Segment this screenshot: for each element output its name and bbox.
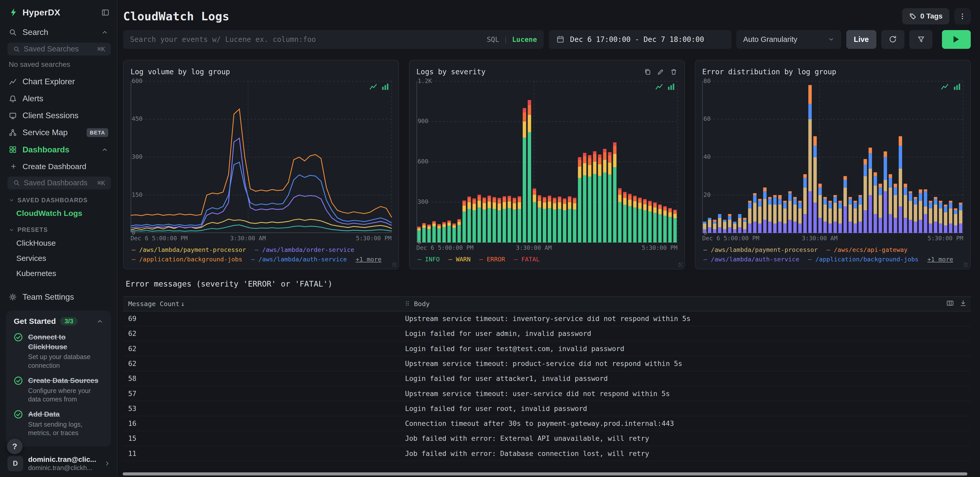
edit-chart-button[interactable] bbox=[657, 68, 664, 76]
play-icon bbox=[953, 36, 959, 43]
line-chart-toggle-icon[interactable] bbox=[655, 83, 663, 90]
table-row[interactable]: 69Upstream service timeout: inventory-se… bbox=[123, 311, 971, 326]
table-row[interactable]: 58Login failed for user attacker1, inval… bbox=[123, 371, 971, 386]
sidebar-item-cloudwatch-logs[interactable]: CloudWatch Logs bbox=[0, 206, 117, 221]
user-menu[interactable]: D dominic.tran@clic... dominic.tran@clic… bbox=[0, 452, 117, 477]
run-query-button[interactable] bbox=[942, 30, 971, 49]
table-row[interactable]: 62Login failed for user admin, invalid p… bbox=[123, 326, 971, 341]
saved-searches-field[interactable] bbox=[24, 45, 93, 53]
duplicate-chart-button[interactable] bbox=[644, 68, 651, 76]
create-dashboard-button[interactable]: Create Dashboard bbox=[0, 158, 117, 175]
cell-message-count: 69 bbox=[123, 311, 400, 326]
sql-mode-toggle[interactable]: SQL bbox=[487, 35, 499, 43]
table-row[interactable]: 53Login failed for user root, invalid pa… bbox=[123, 401, 971, 416]
get-started-step[interactable]: Connect to ClickHouse Set up your databa… bbox=[14, 332, 103, 370]
sidebar-item-chart-explorer[interactable]: Chart Explorer bbox=[0, 73, 117, 90]
chart-plot-area[interactable]: 03006009001.2K bbox=[417, 81, 678, 243]
legend-item[interactable]: — /aws/lambda/auth-service bbox=[251, 255, 347, 264]
sidebar-item-dashboards[interactable]: Dashboards bbox=[0, 141, 117, 158]
saved-dashboards-input[interactable]: ⌘K bbox=[8, 176, 111, 189]
plus-icon bbox=[10, 163, 17, 170]
sidebar-item-team-settings[interactable]: Team Settings bbox=[0, 289, 117, 305]
horizontal-scrollbar[interactable] bbox=[123, 472, 968, 475]
presets-section[interactable]: PRESETS bbox=[0, 221, 117, 235]
legend-item[interactable]: — /aws/ecs/api-gateway bbox=[827, 245, 907, 254]
get-started-title: Get Started bbox=[14, 316, 56, 326]
sidebar-item-kubernetes[interactable]: Kubernetes bbox=[0, 266, 117, 281]
line-chart-toggle-icon[interactable] bbox=[369, 83, 377, 90]
bar-chart-toggle-icon[interactable] bbox=[953, 83, 961, 90]
table-row[interactable]: 62Login failed for user test@test.com, i… bbox=[123, 341, 971, 356]
cell-body: Login failed for user test@test.com, inv… bbox=[400, 341, 971, 356]
sidebar-item-services[interactable]: Services bbox=[0, 251, 117, 266]
legend-item[interactable]: — ERROR bbox=[479, 255, 505, 264]
bar-chart-toggle-icon[interactable] bbox=[382, 83, 389, 90]
get-started-step[interactable]: Create Data Sources Configure where your… bbox=[14, 375, 103, 404]
sidebar-collapse-icon[interactable] bbox=[101, 8, 110, 17]
event-search-input[interactable] bbox=[130, 35, 482, 44]
drag-handle-icon[interactable]: ⠿ bbox=[405, 300, 409, 308]
sidebar-item-clickhouse[interactable]: ClickHouse bbox=[0, 235, 117, 251]
saved-dashboards-field[interactable] bbox=[24, 179, 93, 187]
line-chart-toggle-icon[interactable] bbox=[941, 83, 949, 90]
legend-item[interactable]: — WARN bbox=[449, 255, 471, 264]
sidebar-item-client-sessions[interactable]: Client Sessions bbox=[0, 107, 117, 124]
step-title: Connect to ClickHouse bbox=[28, 333, 67, 351]
table-row[interactable]: 57Upstream service timeout: user-service… bbox=[123, 386, 971, 401]
error-messages-section: Error messages (severity 'ERROR' or 'FAT… bbox=[123, 278, 971, 477]
legend-item[interactable]: — /aws/lambda/order-service bbox=[255, 245, 354, 254]
sidebar-item-search[interactable]: Search bbox=[0, 24, 117, 41]
logo-row: HyperDX bbox=[0, 0, 117, 24]
help-button[interactable]: ? bbox=[7, 439, 22, 455]
legend-item[interactable]: — INFO bbox=[417, 255, 440, 264]
saved-dashboards-section[interactable]: SAVED DASHBOARDS bbox=[0, 191, 117, 206]
x-tick-label: 3:30:00 AM bbox=[802, 235, 838, 242]
table-row[interactable]: 15Job failed with error: External API un… bbox=[123, 431, 971, 446]
legend-item[interactable]: — /aws/lambda/auth-service bbox=[703, 255, 799, 264]
download-icon[interactable] bbox=[959, 299, 967, 307]
column-header-message-count[interactable]: Message Count↓ bbox=[123, 297, 400, 311]
kbd-shortcut: ⌘K bbox=[97, 179, 105, 187]
saved-searches-input[interactable]: ⌘K bbox=[8, 43, 111, 56]
live-button[interactable]: Live bbox=[846, 30, 877, 49]
table-row[interactable]: 16Connection timeout after 30s to paymen… bbox=[123, 416, 971, 431]
lucene-mode-toggle[interactable]: Lucene bbox=[512, 35, 537, 43]
tags-button[interactable]: 0 Tags bbox=[902, 8, 950, 24]
chevron-down-icon bbox=[9, 197, 14, 203]
refresh-button[interactable] bbox=[881, 30, 904, 49]
filter-button[interactable] bbox=[909, 30, 932, 49]
legend-item[interactable]: — /application/background-jobs bbox=[132, 255, 242, 264]
delete-chart-button[interactable] bbox=[670, 68, 678, 76]
legend-item[interactable]: — /aws/lambda/payment-processor bbox=[132, 245, 246, 254]
chart-plot-area[interactable]: 0150300450600 bbox=[130, 81, 392, 233]
chevron-up-icon[interactable] bbox=[96, 318, 103, 325]
chart-canvas bbox=[130, 81, 392, 233]
app-window: HyperDX Search ⌘K No saved searches bbox=[0, 0, 980, 477]
kbd-shortcut: ⌘K bbox=[97, 45, 105, 53]
legend-more-link[interactable]: +1 more bbox=[927, 255, 953, 264]
sidebar: HyperDX Search ⌘K No saved searches bbox=[0, 0, 118, 477]
x-axis: Dec 6 5:00:00 PM3:30:00 AM5:30:00 PM bbox=[702, 235, 963, 243]
sidebar-item-service-map[interactable]: Service Map BETA bbox=[0, 124, 117, 141]
chart-plot-area[interactable]: 020406080 bbox=[702, 81, 963, 233]
get-started-step[interactable]: Add Data Start sending logs, metrics, or… bbox=[14, 409, 103, 437]
table-row[interactable]: 11Job failed with error: Database connec… bbox=[123, 446, 971, 461]
date-range-value: Dec 6 17:00:00 - Dec 7 18:00:00 bbox=[570, 35, 704, 44]
date-range-picker[interactable]: Dec 6 17:00:00 - Dec 7 18:00:00 bbox=[549, 30, 732, 49]
legend-item[interactable]: — /aws/lambda/payment-processor bbox=[703, 245, 818, 254]
panel-title: Logs by severity bbox=[417, 68, 486, 76]
granularity-select[interactable]: Auto Granularity bbox=[736, 30, 841, 49]
chevron-down-icon bbox=[828, 36, 834, 42]
step-title: Create Data Sources bbox=[28, 377, 98, 385]
legend-item[interactable]: — FATAL bbox=[514, 255, 539, 264]
columns-icon[interactable] bbox=[946, 299, 954, 307]
column-header-body[interactable]: ⠿Body bbox=[400, 297, 971, 311]
legend-item[interactable]: — /application/background-jobs bbox=[808, 255, 918, 264]
table-row[interactable]: 62Upstream service timeout: product-serv… bbox=[123, 356, 971, 371]
sidebar-item-alerts[interactable]: Alerts bbox=[0, 90, 117, 107]
legend-more-link[interactable]: +1 more bbox=[356, 255, 381, 264]
dashboard-menu-button[interactable] bbox=[954, 8, 970, 24]
cell-body: Login failed for user admin, invalid pas… bbox=[400, 326, 971, 341]
grid-icon bbox=[9, 145, 17, 154]
bar-chart-toggle-icon[interactable] bbox=[667, 83, 675, 90]
